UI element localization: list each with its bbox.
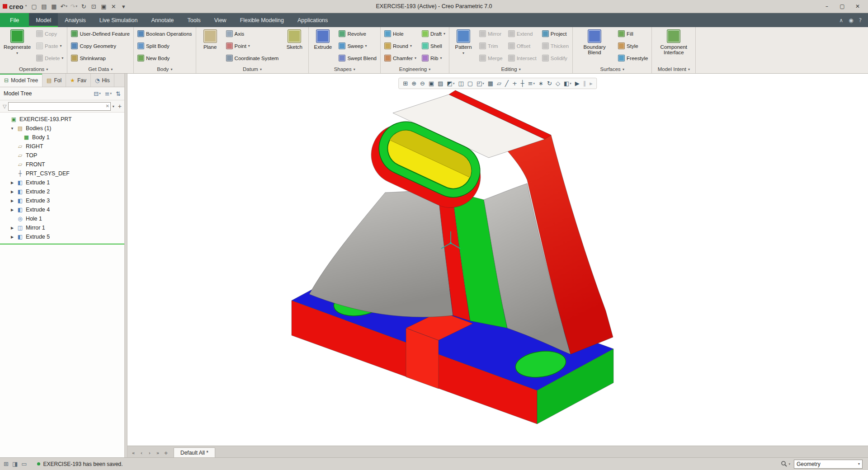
tab-analysis[interactable]: Analysis xyxy=(58,13,93,27)
shrinkwrap-button[interactable]: Shrinkwrap xyxy=(69,52,132,64)
freestyle-button[interactable]: Freestyle xyxy=(616,52,650,64)
filter-caret-icon[interactable]: ▾ xyxy=(113,104,114,108)
minimize-button[interactable]: – xyxy=(819,0,835,12)
tab-annotate[interactable]: Annotate xyxy=(145,13,181,27)
undo-button[interactable]: ↶▾ xyxy=(59,1,68,11)
tree-filter-input[interactable] xyxy=(8,102,110,111)
expander-icon[interactable]: ▶ xyxy=(10,181,14,185)
group-label-editing[interactable]: Editing▾ xyxy=(451,65,571,73)
point-button[interactable]: Point▾ xyxy=(224,40,281,52)
last-view-tab[interactable]: » xyxy=(154,448,162,457)
tab-applications[interactable]: Applications xyxy=(291,13,335,27)
tab-view[interactable]: View xyxy=(208,13,233,27)
revolve-button[interactable]: Revolve xyxy=(336,28,379,40)
tab-model[interactable]: Model xyxy=(29,13,58,27)
tab-history[interactable]: ◔His xyxy=(91,74,114,87)
close-button[interactable]: ✕ xyxy=(850,0,865,12)
tree-item-right[interactable]: ▱RIGHT xyxy=(0,142,124,151)
component-interface-button[interactable]: Component Interface xyxy=(653,28,694,55)
csys-display-button[interactable]: ┼ xyxy=(519,79,526,88)
pause-button[interactable]: ‖ xyxy=(582,79,588,88)
user-account-icon[interactable]: ◉ xyxy=(849,17,853,24)
chamfer-button[interactable]: Chamfer▾ xyxy=(382,52,419,64)
boundary-blend-button[interactable]: Boundary Blend xyxy=(574,28,615,55)
show-edges-button[interactable]: ◫ xyxy=(457,79,465,88)
window-arrange-button[interactable]: ▣ xyxy=(99,1,108,11)
add-filter-button[interactable]: + xyxy=(118,103,122,110)
model-viewport[interactable]: ⊞⊕⊖▣▨◩▾◫▢◰▾▦▱╱+┼≡▾∗↻◇◧▾▶‖▸ xyxy=(127,74,868,446)
model-3d-view[interactable] xyxy=(127,74,868,446)
group-label-get-data[interactable]: Get Data▾ xyxy=(69,65,132,73)
orient-mode-button[interactable]: ↻ xyxy=(546,79,553,88)
annotation-display-button[interactable]: ≡▾ xyxy=(527,79,536,88)
merge-button[interactable]: Merge xyxy=(477,52,505,64)
extend-button[interactable]: Extend xyxy=(506,28,539,40)
display-style-button[interactable]: ◩▾ xyxy=(446,79,456,88)
tree-settings-button[interactable]: ≡▾ xyxy=(105,90,112,97)
tab-live-simulation[interactable]: Live Simulation xyxy=(93,13,145,27)
new-body-button[interactable]: New Body xyxy=(135,52,194,64)
prev-view-tab[interactable]: ‹ xyxy=(137,448,146,457)
copy-geometry-button[interactable]: Copy Geometry xyxy=(69,40,132,52)
clear-filter-icon[interactable]: ✕ xyxy=(105,103,109,108)
solidify-button[interactable]: Solidify xyxy=(540,52,571,64)
maximize-button[interactable]: ▢ xyxy=(835,0,850,12)
delete-button[interactable]: Delete▾ xyxy=(34,52,66,64)
regenerate-quick-button[interactable]: ↻ xyxy=(79,1,88,11)
axis-display-button[interactable]: ╱ xyxy=(504,79,510,88)
tree-item-extrude-5[interactable]: ▶◧Extrude 5 xyxy=(0,232,124,241)
web-left-face[interactable] xyxy=(309,188,453,317)
repaint-button[interactable]: ▨ xyxy=(436,79,444,88)
selection-filter-select[interactable]: Geometry ▾ xyxy=(794,460,863,469)
style-button[interactable]: Style xyxy=(616,40,650,52)
spin-center-button[interactable]: ∗ xyxy=(537,79,545,88)
user-defined-feature-button[interactable]: User-Defined Feature xyxy=(69,28,132,40)
refit-button[interactable]: ▣ xyxy=(427,79,435,88)
open-file-button[interactable]: ▤ xyxy=(39,1,48,11)
model-tree-sash-toggle-button[interactable]: ⊞ xyxy=(4,461,9,467)
plane-display-button[interactable]: ▱ xyxy=(495,79,503,88)
tree-item-extrude-1[interactable]: ▶◧Extrude 1 xyxy=(0,178,124,187)
step-forward-button[interactable]: ▸ xyxy=(588,79,594,88)
tab-flexible-modeling[interactable]: Flexible Modeling xyxy=(233,13,291,27)
expander-icon[interactable]: ▶ xyxy=(10,199,14,203)
browser-sash-toggle-button[interactable]: ◨ xyxy=(12,461,18,467)
draft-button[interactable]: Draft▾ xyxy=(420,28,448,40)
swept-blend-button[interactable]: Swept Blend xyxy=(336,52,379,64)
tree-item-front[interactable]: ▱FRONT xyxy=(0,160,124,169)
tree-item-bodies-1[interactable]: ▼▤Bodies (1) xyxy=(0,124,124,133)
tree-columns-button[interactable]: ⊟▾ xyxy=(94,90,100,97)
zoom-out-button[interactable]: ⊖ xyxy=(419,79,426,88)
axis-button[interactable]: Axis xyxy=(224,28,281,40)
split-body-button[interactable]: Split Body xyxy=(135,40,194,52)
view-tab-default-all[interactable]: Default All * xyxy=(174,447,215,457)
boolean-operations-button[interactable]: Boolean Operations xyxy=(135,28,194,40)
extrude-button[interactable]: Extrude xyxy=(310,28,335,50)
group-label-engineering[interactable]: Engineering▾ xyxy=(382,65,448,73)
coordinate-system-button[interactable]: Coordinate System xyxy=(224,52,281,64)
fill-button[interactable]: Fill xyxy=(616,28,650,40)
tree-item-extrude-3[interactable]: ▶◧Extrude 3 xyxy=(0,196,124,205)
sweep-button[interactable]: Sweep▾ xyxy=(336,40,379,52)
tab-favorites[interactable]: ★Fav xyxy=(66,74,91,87)
tree-item-prt-csys-def[interactable]: ┼PRT_CSYS_DEF xyxy=(0,169,124,178)
section-button[interactable]: ◧▾ xyxy=(562,79,573,88)
shell-button[interactable]: Shell xyxy=(420,40,448,52)
zoom-in-button[interactable]: ⊕ xyxy=(410,79,418,88)
tab-file[interactable]: File xyxy=(0,13,29,27)
expander-icon[interactable]: ▶ xyxy=(10,190,14,194)
expander-icon[interactable]: ▶ xyxy=(10,226,14,230)
intersect-button[interactable]: Intersect xyxy=(506,52,539,64)
realtime-simulation-button[interactable]: ▶ xyxy=(574,79,581,88)
saved-orientations-button[interactable]: ◰▾ xyxy=(475,79,486,88)
expander-icon[interactable]: ▶ xyxy=(10,208,14,212)
group-label-operations[interactable]: Operations▾ xyxy=(1,65,66,73)
plane-button[interactable]: Plane xyxy=(198,28,223,50)
tree-item-mirror-1[interactable]: ▶◫Mirror 1 xyxy=(0,223,124,232)
group-label-body[interactable]: Body▾ xyxy=(135,65,194,73)
paste-button[interactable]: Paste▾ xyxy=(34,40,66,52)
copy-button[interactable]: Copy xyxy=(34,28,66,40)
close-window-button[interactable]: ✕ xyxy=(109,1,118,11)
mirror-button[interactable]: Mirror xyxy=(477,28,505,40)
sketch-button[interactable]: Sketch xyxy=(282,28,307,50)
